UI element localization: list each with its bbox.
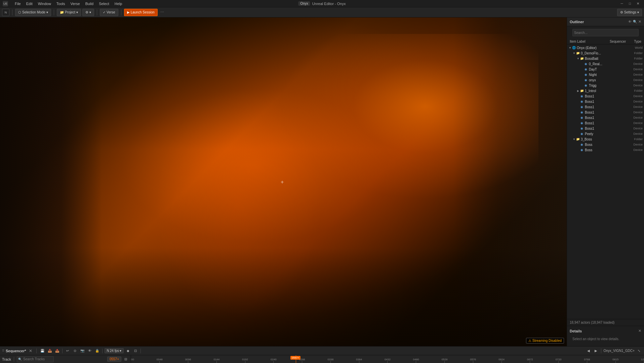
tree-item[interactable]: ▼ 📁 3_Boss Folder <box>567 136 644 142</box>
fps-display[interactable]: N 24 fps ▾ <box>105 348 124 353</box>
tree-item[interactable]: ▶ ◉ 0_Real... Device <box>567 61 644 67</box>
tree-chevron[interactable]: ▼ <box>572 138 576 141</box>
tree-item[interactable]: ▶ ◉ Night Device <box>567 72 644 77</box>
sequencer-tab[interactable]: Sequencer* <box>6 349 26 353</box>
menu-window[interactable]: Window <box>35 1 54 6</box>
menu-tools[interactable]: Tools <box>54 1 68 6</box>
outliner-eye-icon[interactable]: 👁 <box>628 20 632 24</box>
tree-item-label: DayT <box>589 68 632 71</box>
tree-item[interactable]: ▶ ◉ Trigg Device <box>567 83 644 88</box>
outliner-panel: Outliner 👁 🔍 ✕ Item Label Sequencer Type… <box>567 17 644 346</box>
tree-chevron[interactable]: ▼ <box>568 46 572 49</box>
tree-item-label: Boss1 <box>585 116 632 120</box>
separator-2 <box>54 9 54 15</box>
outliner-search-input[interactable] <box>572 29 639 36</box>
tree-item[interactable]: ▶ ◉ DayT Device <box>567 67 644 72</box>
launch-session-button[interactable]: ▶ Launch Session <box>124 9 158 16</box>
folder-icon: 📁 <box>576 137 580 141</box>
fps-value: 24 fps <box>110 349 119 353</box>
tree-item-type: Device <box>633 127 643 130</box>
world-icon: 🌐 <box>572 46 576 50</box>
tree-item-type: Device <box>633 105 643 109</box>
tree-item[interactable]: ▼ 📁 0_DemoFlo... Folder <box>567 50 644 56</box>
details-close-icon[interactable]: ✕ <box>638 329 641 333</box>
tree-item[interactable]: ▶ ◉ Boss1 Device <box>567 115 644 120</box>
sequencer-drag-icon: ⠿ <box>2 349 4 353</box>
folder-icon: 📁 <box>580 89 584 93</box>
sep <box>36 349 37 353</box>
minimize-button[interactable]: ─ <box>618 1 625 6</box>
titlebar-title: Onyx Unreal Editor - Onyx <box>298 1 346 6</box>
tree-item[interactable]: ▼ 🌐 Onyx (Editor) World <box>567 45 644 50</box>
device-icon: ◉ <box>584 67 588 71</box>
menu-build[interactable]: Build <box>83 1 96 6</box>
tree-item[interactable]: ▶ ◉ Boss Device <box>567 142 644 147</box>
track-panel: Track 🔍 0557+ ⊟ ▼ ▦ Shots <box>0 355 131 363</box>
undo-icon[interactable]: ↩ <box>65 348 71 354</box>
maximize-button[interactable]: □ <box>627 1 633 6</box>
tree-item[interactable]: ▶ ◉ Boss1 Device <box>567 120 644 126</box>
titlebar-menu: File Edit Window Tools Verse Build Selec… <box>12 1 125 6</box>
menu-file[interactable]: File <box>12 1 24 6</box>
tree-item-type: Device <box>633 73 643 76</box>
menu-select[interactable]: Select <box>96 1 112 6</box>
device-icon: ◉ <box>580 148 584 152</box>
tree-item[interactable]: ▶ 📁 1_Introl Folder <box>567 88 644 93</box>
sequencer-close-button[interactable]: ✕ <box>28 349 34 353</box>
selection-mode-button[interactable]: ⬡ Selection Mode ▾ <box>15 9 51 16</box>
outliner-tree: ▼ 🌐 Onyx (Editor) World ▼ 📁 0_DemoFlo...… <box>567 44 644 319</box>
outliner-close-icon[interactable]: ✕ <box>638 19 641 24</box>
search-tracks-input[interactable] <box>17 356 54 362</box>
tree-item[interactable]: ▶ ◉ Boss1 Device <box>567 93 644 99</box>
settings-button[interactable]: ⚙ Settings ▾ <box>617 9 642 16</box>
tree-item[interactable]: ▶ ◉ Boss1 Device <box>567 110 644 115</box>
tree-chevron[interactable]: ▼ <box>576 57 580 60</box>
tree-chevron[interactable]: ▶ <box>576 89 580 92</box>
export-icon[interactable]: 📤 <box>54 348 60 354</box>
tools-chevron-icon: ▾ <box>89 10 91 14</box>
device-icon: ◉ <box>584 83 588 87</box>
search-icon: 🔍 <box>18 358 22 361</box>
close-button[interactable]: ✕ <box>635 1 641 6</box>
eye-icon[interactable]: 👁 <box>87 348 93 354</box>
tree-item[interactable]: ▼ 📁 BossBatt Folder <box>567 56 644 61</box>
tree-item[interactable]: ▶ ◉ Peely Device <box>567 131 644 136</box>
menu-verse[interactable]: Verse <box>68 1 83 6</box>
nav-forward-icon[interactable]: ▶ <box>593 348 599 354</box>
filter-icon[interactable]: ⊙ <box>72 348 78 354</box>
keyframe-icon[interactable]: ◆ <box>125 348 131 354</box>
menu-help[interactable]: Help <box>112 1 125 6</box>
project-button[interactable]: 📁 Project ▾ <box>57 9 81 16</box>
lock-icon[interactable]: 🔒 <box>94 348 100 354</box>
tree-item[interactable]: ▶ ◉ Boss1 Device <box>567 99 644 104</box>
viewport[interactable]: + ⚠ Streaming Disabled <box>0 17 567 346</box>
timeline-area: 0000004800960144019202400288033603840432… <box>131 355 644 363</box>
more-options-button[interactable]: ⋯ <box>159 10 165 14</box>
menu-edit[interactable]: Edit <box>24 1 35 6</box>
filter-tracks-icon[interactable]: ⊟ <box>123 356 129 362</box>
device-icon: ◉ <box>580 99 584 104</box>
snap-icon[interactable]: ⊡ <box>132 348 138 354</box>
tree-item[interactable]: ▶ ◉ Boss1 Device <box>567 104 644 110</box>
tree-item[interactable]: ▶ ◉ onyx Device <box>567 77 644 83</box>
titlebar-controls: ─ □ ✕ <box>618 1 641 6</box>
tree-chevron[interactable]: ▼ <box>572 52 576 55</box>
import-icon[interactable]: 📥 <box>47 348 53 354</box>
title-text: Unreal Editor - Onyx <box>312 2 346 6</box>
outliner-header-controls: 👁 🔍 ✕ <box>628 19 641 24</box>
outliner-search-area <box>567 26 644 39</box>
tree-item[interactable]: ▶ ◉ Boss1 Device <box>567 126 644 131</box>
tree-item[interactable]: ▶ ◉ Boss Device <box>567 147 644 153</box>
tree-item-type: Device <box>633 84 643 87</box>
camera-icon[interactable]: 📷 <box>79 348 85 354</box>
outliner-search-icon[interactable]: 🔍 <box>633 20 637 24</box>
app-icon: UE <box>3 1 8 6</box>
tools-button[interactable]: ⚙ ▾ <box>82 9 94 16</box>
sequence-path-label: Onyx_VIGN1_GDC+ <box>603 349 635 353</box>
nav-back-icon[interactable]: ◀ <box>586 348 592 354</box>
verse-button[interactable]: ✓ Verse <box>100 9 118 16</box>
tab-onyx[interactable]: Onyx <box>298 1 310 6</box>
tree-item-type: Folder <box>634 51 643 55</box>
expand-icon[interactable]: ⤡ <box>636 348 642 354</box>
save-icon[interactable]: 💾 <box>39 348 45 354</box>
